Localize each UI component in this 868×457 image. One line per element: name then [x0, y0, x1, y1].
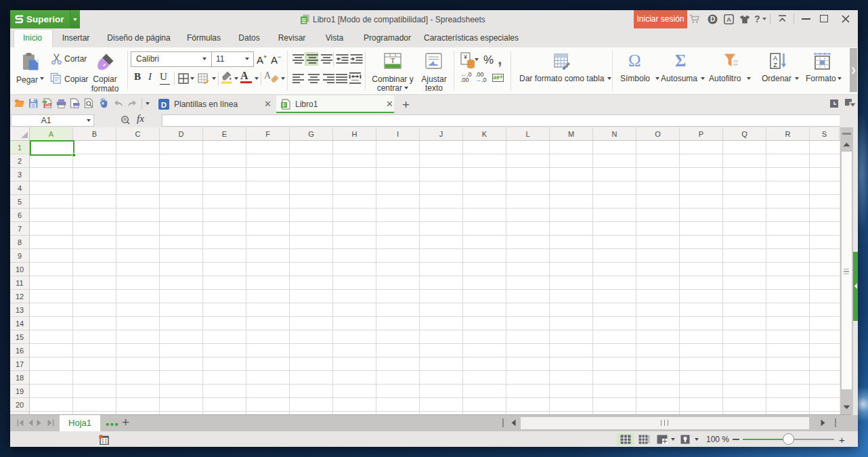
svg-text:D: D: [710, 16, 715, 23]
svg-text:D: D: [161, 101, 167, 109]
svg-text:T: T: [391, 56, 395, 64]
svg-text:R: R: [123, 117, 127, 122]
svg-text:A: A: [726, 16, 731, 23]
svg-text:A: A: [773, 55, 777, 62]
svg-text:Z: Z: [773, 62, 777, 68]
svg-text:¥: ¥: [463, 53, 468, 60]
